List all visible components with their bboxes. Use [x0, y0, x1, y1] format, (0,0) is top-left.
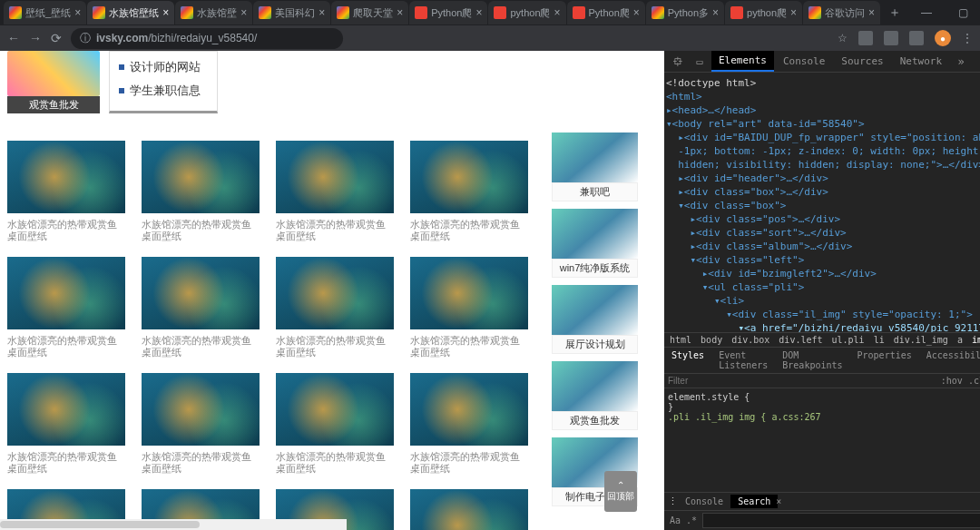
tab-close-icon[interactable]: ×: [868, 6, 875, 19]
wallpaper-thumb[interactable]: [7, 141, 125, 213]
wallpaper-item[interactable]: 水族馆漂亮的热带观赏鱼桌面壁纸: [7, 373, 125, 475]
extension-icon[interactable]: [858, 31, 873, 45]
extension-icon[interactable]: [909, 31, 924, 45]
inspect-icon[interactable]: ⯐: [668, 55, 688, 68]
wallpaper-caption: 水族馆漂亮的热带观赏鱼桌面壁纸: [142, 219, 260, 242]
wallpaper-thumb[interactable]: [142, 373, 260, 446]
ad-thumbnail[interactable]: [7, 51, 100, 96]
sidebar-ad[interactable]: win7纯净版系统: [552, 209, 638, 278]
wallpaper-thumb[interactable]: [276, 257, 394, 329]
wallpaper-item[interactable]: 水族馆漂亮的热带观赏鱼桌面壁纸: [7, 257, 125, 358]
wallpaper-thumb[interactable]: [410, 141, 528, 213]
styles-filter-input[interactable]: [668, 376, 941, 386]
profile-avatar[interactable]: ●: [935, 30, 951, 46]
wallpaper-item[interactable]: 水族馆漂亮的热带观赏鱼桌面壁纸: [410, 257, 528, 358]
browser-menu-icon[interactable]: ⋮: [962, 32, 973, 44]
site-info-icon[interactable]: ⓘ: [80, 31, 91, 46]
browser-tab[interactable]: 爬取天堂×: [331, 1, 408, 25]
properties-tab[interactable]: Properties: [850, 348, 919, 373]
devtools-tab-console[interactable]: Console: [776, 52, 832, 71]
browser-tab[interactable]: 水族馆壁纸×: [87, 1, 174, 25]
browser-tab[interactable]: Python爬×: [409, 1, 487, 25]
promo-item[interactable]: 设计师的网站: [119, 55, 208, 79]
wallpaper-thumb[interactable]: [410, 373, 528, 446]
devtools-more-tabs[interactable]: »: [951, 55, 971, 68]
wallpaper-item[interactable]: 水族馆漂亮的热带观赏鱼桌面壁纸: [410, 141, 528, 242]
wallpaper-thumb[interactable]: [142, 141, 260, 213]
window-maximize[interactable]: ▢: [945, 0, 980, 25]
wallpaper-item[interactable]: 水族馆漂亮的热带观赏鱼桌面壁纸: [276, 141, 394, 242]
wallpaper-thumb[interactable]: [7, 257, 125, 329]
wallpaper-item[interactable]: 水族馆漂亮的热带观赏鱼桌面壁纸: [410, 489, 528, 530]
tab-close-icon[interactable]: ×: [554, 6, 561, 19]
ad-image[interactable]: [552, 132, 638, 182]
wallpaper-item[interactable]: 水族馆漂亮的热带观赏鱼桌面壁纸: [276, 373, 394, 475]
favicon-icon: [808, 6, 821, 19]
wallpaper-item[interactable]: 水族馆漂亮的热带观赏鱼桌面壁纸: [410, 373, 528, 475]
wallpaper-thumb[interactable]: [142, 257, 260, 329]
ad-image[interactable]: [552, 361, 638, 411]
nav-forward[interactable]: →: [29, 31, 42, 45]
address-bar[interactable]: ⓘ ivsky.com/bizhi/redaiyu_v58540/: [71, 28, 343, 49]
device-mode-icon[interactable]: ▭: [690, 55, 710, 68]
ad-image[interactable]: [552, 285, 638, 335]
wallpaper-thumb[interactable]: [410, 489, 528, 530]
dom-breakpoints-tab[interactable]: DOM Breakpoints: [775, 348, 849, 373]
nav-back[interactable]: ←: [7, 31, 20, 45]
browser-tab[interactable]: 壁纸_壁纸×: [4, 1, 86, 25]
bookmark-star-icon[interactable]: ☆: [838, 32, 848, 44]
tab-close-icon[interactable]: ×: [776, 496, 781, 506]
console-tab[interactable]: Console: [678, 495, 730, 508]
wallpaper-thumb[interactable]: [276, 141, 394, 213]
wallpaper-item[interactable]: 水族馆漂亮的热带观赏鱼桌面壁纸: [142, 373, 260, 475]
devtools-tab-sources[interactable]: Sources: [834, 52, 890, 71]
tab-close-icon[interactable]: ×: [162, 6, 169, 19]
wallpaper-thumb[interactable]: [410, 257, 528, 329]
styles-hov-toggle[interactable]: :hov .cls +: [941, 376, 980, 386]
tab-close-icon[interactable]: ×: [712, 6, 719, 19]
wallpaper-item[interactable]: 水族馆漂亮的热带观赏鱼桌面壁纸: [276, 257, 394, 358]
tab-close-icon[interactable]: ×: [318, 6, 325, 19]
browser-tab[interactable]: Python多×: [646, 1, 724, 25]
dom-breadcrumbs[interactable]: html body div.box div.left ul.pli li div…: [664, 332, 980, 347]
browser-tab[interactable]: 谷歌访问×: [803, 1, 880, 25]
elements-tree[interactable]: <!doctype html> <html> ▸<head>…</head> ▾…: [664, 73, 980, 332]
browser-tab[interactable]: 美国科幻×: [253, 1, 330, 25]
sidebar-ad[interactable]: 兼职吧: [552, 132, 638, 201]
search-options[interactable]: Aa .*: [670, 515, 697, 525]
wallpaper-thumb[interactable]: [276, 373, 394, 446]
tab-close-icon[interactable]: ×: [790, 6, 797, 19]
devtools-tab-elements[interactable]: Elements: [711, 51, 774, 72]
event-listeners-tab[interactable]: Event Listeners: [711, 348, 775, 373]
tab-close-icon[interactable]: ×: [240, 6, 247, 19]
tab-close-icon[interactable]: ×: [397, 6, 403, 19]
search-input[interactable]: [702, 513, 980, 528]
tab-close-icon[interactable]: ×: [74, 6, 81, 19]
browser-tab[interactable]: python爬×: [488, 1, 565, 25]
console-menu-icon[interactable]: ⋮: [668, 496, 678, 507]
back-to-top-button[interactable]: ⌃ 回顶部: [604, 471, 637, 512]
styles-tab[interactable]: Styles: [664, 348, 711, 373]
search-tab[interactable]: Search: [730, 495, 778, 508]
new-tab-button[interactable]: ＋: [881, 5, 908, 21]
wallpaper-item[interactable]: 水族馆漂亮的热带观赏鱼桌面壁纸: [142, 141, 260, 242]
tab-close-icon[interactable]: ×: [633, 6, 640, 19]
window-minimize[interactable]: —: [908, 0, 945, 25]
sidebar-ad[interactable]: 展厅设计规划: [552, 285, 638, 354]
browser-tab[interactable]: python爬×: [725, 1, 802, 25]
browser-tab[interactable]: Python爬×: [567, 1, 645, 25]
css-rules[interactable]: element.style { } .pli .il_img img { a.c…: [664, 388, 980, 426]
sidebar-ad[interactable]: 观赏鱼批发: [552, 361, 638, 430]
devtools-tab-network[interactable]: Network: [893, 52, 949, 71]
browser-tab[interactable]: 水族馆壁×: [175, 1, 252, 25]
horizontal-scrollbar[interactable]: [0, 519, 347, 530]
tab-close-icon[interactable]: ×: [475, 6, 482, 19]
promo-item[interactable]: 学生兼职信息: [119, 79, 208, 103]
nav-reload[interactable]: ⟳: [51, 31, 62, 45]
wallpaper-thumb[interactable]: [7, 373, 125, 446]
ad-image[interactable]: [552, 209, 638, 259]
wallpaper-item[interactable]: 水族馆漂亮的热带观赏鱼桌面壁纸: [142, 257, 260, 358]
wallpaper-item[interactable]: 水族馆漂亮的热带观赏鱼桌面壁纸: [7, 141, 125, 242]
extension-icon[interactable]: [884, 31, 898, 45]
accessibility-tab[interactable]: Accessibility: [919, 348, 980, 373]
